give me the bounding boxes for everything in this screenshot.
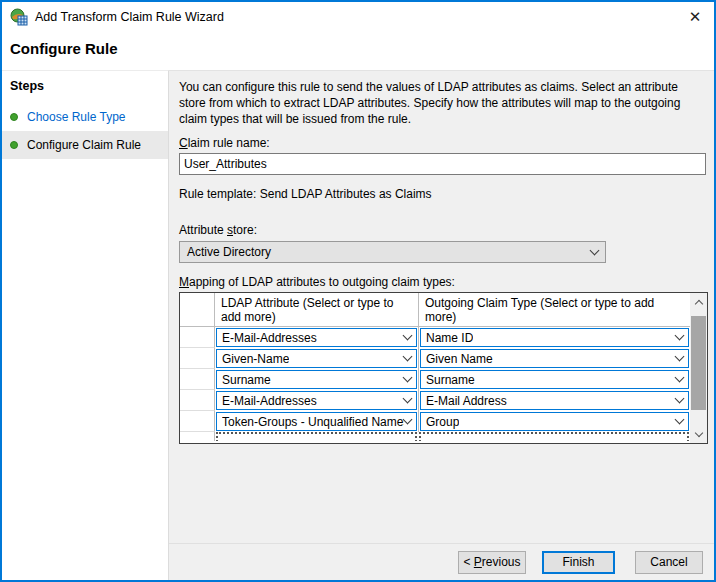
step-label: Choose Rule Type	[27, 110, 126, 124]
table-header-row: LDAP Attribute (Select or type to add mo…	[180, 293, 690, 327]
row-selector-cell[interactable]	[180, 369, 215, 390]
table-row: Surname Surname	[180, 369, 690, 390]
page-title: Configure Rule	[10, 40, 706, 57]
scrollbar-thumb[interactable]	[691, 316, 706, 410]
table-header-ldap: LDAP Attribute (Select or type to add mo…	[215, 293, 418, 326]
ldap-attribute-select[interactable]: E-Mail-Addresses	[216, 391, 417, 410]
attribute-store-label: Attribute store:	[179, 223, 714, 237]
chevron-down-icon	[590, 245, 600, 255]
row-selector-cell[interactable]	[180, 390, 215, 411]
page-header: Configure Rule	[2, 32, 714, 70]
table-row: E-Mail-Addresses E-Mail Address	[180, 390, 690, 411]
ldap-attribute-select-partial[interactable]	[216, 432, 417, 441]
steps-panel: Steps Choose Rule Type Configure Claim R…	[2, 70, 169, 580]
row-selector-cell[interactable]	[180, 327, 215, 348]
row-selector-cell[interactable]	[180, 411, 215, 432]
previous-button[interactable]: < Previous	[458, 551, 526, 574]
table-header-outgoing: Outgoing Claim Type (Select or type to a…	[418, 293, 690, 326]
row-selector-cell[interactable]	[180, 348, 215, 369]
scroll-up-button[interactable]	[690, 293, 707, 310]
attribute-store-value: Active Directory	[187, 245, 271, 259]
chevron-down-icon	[403, 352, 413, 362]
outgoing-claim-select[interactable]: Name ID	[420, 328, 689, 347]
claim-rule-name-label: Claim rule name:	[179, 136, 714, 150]
chevron-down-icon	[403, 394, 413, 404]
button-bar: < Previous Finish Cancel	[169, 543, 714, 580]
table-scrollbar[interactable]	[690, 293, 707, 443]
row-selector-header-cell	[180, 293, 215, 326]
ldap-attribute-select[interactable]: Token-Groups - Unqualified Names	[216, 412, 417, 431]
attribute-store-select[interactable]: Active Directory	[179, 241, 606, 263]
chevron-down-icon	[403, 415, 413, 425]
step-complete-dot-icon	[10, 113, 18, 121]
table-row: Given-Name Given Name	[180, 348, 690, 369]
window-titlebar: Add Transform Claim Rule Wizard ✕	[2, 2, 714, 32]
chevron-down-icon	[694, 429, 702, 437]
scrollbar-track[interactable]	[690, 310, 707, 426]
app-icon	[10, 8, 28, 26]
chevron-down-icon	[675, 415, 685, 425]
steps-title: Steps	[2, 77, 168, 103]
window-title: Add Transform Claim Rule Wizard	[35, 10, 224, 24]
ldap-attribute-select[interactable]: E-Mail-Addresses	[216, 328, 417, 347]
outgoing-claim-select[interactable]: Surname	[420, 370, 689, 389]
chevron-down-icon	[403, 373, 413, 383]
outgoing-claim-select[interactable]: Given Name	[420, 349, 689, 368]
step-complete-dot-icon	[10, 141, 18, 149]
claims-mapping-table: LDAP Attribute (Select or type to add mo…	[179, 292, 708, 444]
outgoing-claim-select[interactable]: E-Mail Address	[420, 391, 689, 410]
table-row: E-Mail-Addresses Name ID	[180, 327, 690, 348]
rule-description: You can configure this rule to send the …	[179, 79, 703, 127]
chevron-up-icon	[694, 299, 702, 307]
table-row-partial	[180, 432, 690, 441]
chevron-down-icon	[675, 394, 685, 404]
chevron-down-icon	[675, 331, 685, 341]
claim-rule-name-input[interactable]	[179, 153, 706, 175]
rule-template-text: Rule template: Send LDAP Attributes as C…	[179, 187, 714, 201]
chevron-down-icon	[675, 352, 685, 362]
finish-button[interactable]: Finish	[542, 551, 615, 574]
row-selector-cell	[180, 432, 215, 441]
outgoing-claim-select[interactable]: Group	[420, 412, 689, 431]
ldap-attribute-select[interactable]: Surname	[216, 370, 417, 389]
scroll-down-button[interactable]	[690, 426, 707, 443]
sidebar-item-choose-rule-type[interactable]: Choose Rule Type	[2, 103, 168, 131]
cancel-button[interactable]: Cancel	[635, 551, 703, 574]
close-icon[interactable]: ✕	[684, 6, 706, 28]
wizard-content: You can configure this rule to send the …	[169, 71, 714, 543]
ldap-attribute-select[interactable]: Given-Name	[216, 349, 417, 368]
chevron-down-icon	[403, 331, 413, 341]
table-row: Token-Groups - Unqualified Names Group	[180, 411, 690, 432]
outgoing-claim-select-partial[interactable]	[419, 432, 689, 441]
mapping-label: Mapping of LDAP attributes to outgoing c…	[179, 275, 714, 289]
chevron-down-icon	[675, 373, 685, 383]
sidebar-item-configure-claim-rule[interactable]: Configure Claim Rule	[2, 131, 168, 159]
step-label: Configure Claim Rule	[27, 138, 141, 152]
